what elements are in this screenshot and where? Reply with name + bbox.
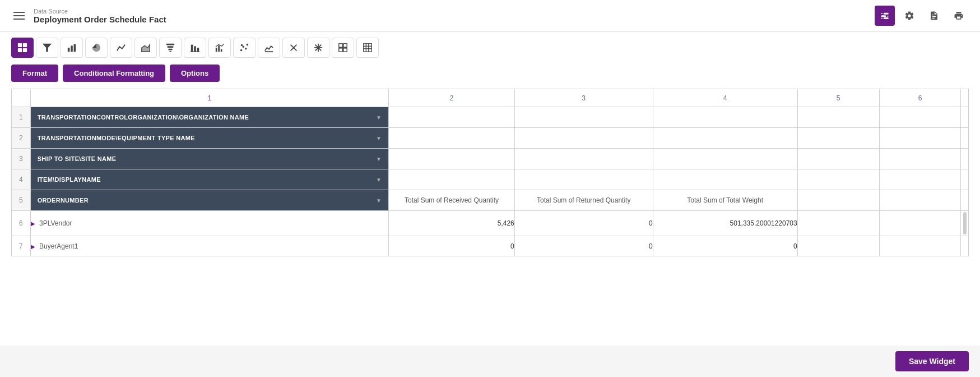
- group-name-7: BuyerAgent1: [39, 242, 78, 250]
- svg-rect-21: [197, 48, 199, 52]
- toolbar-filter-btn[interactable]: [36, 38, 58, 58]
- data-7-3: 0: [514, 236, 653, 256]
- svg-rect-12: [71, 45, 73, 52]
- save-widget-btn[interactable]: Save Widget: [895, 351, 969, 371]
- col-header-row: 1 2 3 4 5 6: [12, 89, 969, 107]
- scroll-7: [961, 236, 969, 256]
- group-label-6[interactable]: ▶ 3PLVendor: [30, 211, 389, 236]
- data-3-6: [879, 149, 961, 169]
- svg-rect-19: [191, 45, 193, 52]
- svg-rect-7: [23, 43, 27, 47]
- expand-arrow-6[interactable]: ▶: [31, 220, 35, 227]
- row-index-1: 1: [12, 107, 31, 128]
- filter-panel-icon-btn[interactable]: [875, 6, 895, 26]
- svg-point-26: [240, 49, 243, 52]
- toolbar-column-chart-btn[interactable]: [184, 38, 206, 58]
- svg-marker-14: [142, 45, 150, 52]
- expand-arrow-7[interactable]: ▶: [31, 243, 35, 250]
- row-header-label-5: ORDERNUMBER: [38, 197, 89, 204]
- data-1-4: [653, 107, 797, 128]
- svg-rect-1: [884, 13, 889, 15]
- row-index-3: 3: [12, 149, 31, 169]
- svg-rect-18: [169, 51, 171, 52]
- data-4-3: [514, 169, 653, 190]
- table-row: 5 ORDERNUMBER ▼ Total Sum of Received Qu…: [12, 190, 969, 211]
- export-icon-btn[interactable]: [924, 6, 944, 26]
- conditional-formatting-btn[interactable]: Conditional Formatting: [63, 65, 165, 82]
- toolbar-grid1-btn[interactable]: [332, 38, 354, 58]
- print-icon-btn[interactable]: [949, 6, 969, 26]
- row-index-2: 2: [12, 128, 31, 149]
- toolbar-bar-chart-btn[interactable]: [61, 38, 83, 58]
- svg-rect-0: [881, 13, 883, 15]
- svg-marker-10: [43, 44, 52, 52]
- toolbar-funnel-btn[interactable]: [159, 38, 182, 58]
- svg-rect-20: [194, 46, 196, 52]
- action-buttons-bar: Format Conditional Formatting Options: [0, 58, 980, 89]
- options-btn[interactable]: Options: [170, 65, 220, 82]
- toolbar-table-btn[interactable]: [11, 38, 34, 58]
- svg-rect-44: [364, 44, 371, 52]
- toolbar-cross2-btn[interactable]: [307, 38, 329, 58]
- col-header-2[interactable]: 2: [389, 89, 514, 107]
- data-4-5: [797, 169, 879, 190]
- filter-icon-1[interactable]: ▼: [376, 114, 382, 121]
- filter-icon-3[interactable]: ▼: [376, 156, 382, 162]
- data-3-2: [389, 149, 514, 169]
- header-title: Deployment Order Schedule Fact: [34, 15, 166, 24]
- data-1-5: [797, 107, 879, 128]
- svg-rect-40: [339, 48, 342, 52]
- data-1-3: [514, 107, 653, 128]
- col-header-5[interactable]: 5: [797, 89, 879, 107]
- toolbar-grid2-btn[interactable]: [356, 38, 379, 58]
- toolbar-cross1-btn[interactable]: [282, 38, 305, 58]
- data-6-4: 501,335.20001220703: [653, 211, 797, 236]
- col-header-scroll: [961, 89, 969, 107]
- table-row: 6 ▶ 3PLVendor 5,426 0 501,335.2000122070…: [12, 211, 969, 236]
- scroll-2: [961, 128, 969, 149]
- row-header-label-1: TRANSPORTATIONCONTROLORGANIZATION\ORGANI…: [38, 114, 249, 121]
- data-1-2: [389, 107, 514, 128]
- data-3-4: [653, 149, 797, 169]
- svg-rect-13: [74, 44, 76, 52]
- row-index-5: 5: [12, 190, 31, 211]
- svg-rect-16: [168, 46, 174, 48]
- toolbar-combo-chart-btn[interactable]: [208, 38, 231, 58]
- row-index-7: 7: [12, 236, 31, 256]
- svg-rect-38: [339, 44, 342, 47]
- row-header-label-3: SHIP TO SITE\SITE NAME: [38, 155, 117, 162]
- toolbar-pie-chart-btn[interactable]: [85, 38, 108, 58]
- row-header-5[interactable]: ORDERNUMBER ▼: [30, 190, 389, 211]
- row-header-3[interactable]: SHIP TO SITE\SITE NAME ▼: [30, 149, 389, 169]
- data-5-6: [879, 190, 961, 211]
- settings-icon-btn[interactable]: [899, 6, 919, 26]
- table-row: 3 SHIP TO SITE\SITE NAME ▼: [12, 149, 969, 169]
- data-2-4: [653, 128, 797, 149]
- row-header-1[interactable]: TRANSPORTATIONCONTROLORGANIZATION\ORGANI…: [30, 107, 389, 128]
- data-grid: 1 2 3 4 5 6 1 TRANSPORTATIONCONTROLORGAN…: [11, 89, 969, 256]
- col-header-6[interactable]: 6: [879, 89, 961, 107]
- toolbar-waterfall-btn[interactable]: [258, 38, 280, 58]
- row-header-label-2: TRANSPORTATIONMODE\EQUIPMENT TYPE NAME: [38, 135, 195, 141]
- hamburger-menu[interactable]: [11, 10, 27, 22]
- group-label-7[interactable]: ▶ BuyerAgent1: [30, 236, 389, 256]
- toolbar-area-chart-btn[interactable]: [134, 38, 157, 58]
- filter-icon-5[interactable]: ▼: [376, 197, 382, 204]
- header-subtitle: Data Source: [34, 8, 166, 15]
- col-header-3[interactable]: 3: [514, 89, 653, 107]
- filter-icon-2[interactable]: ▼: [376, 135, 382, 141]
- data-5-2: Total Sum of Received Quantity: [389, 190, 514, 211]
- data-2-5: [797, 128, 879, 149]
- col-header-1[interactable]: 1: [30, 89, 389, 107]
- row-header-2[interactable]: TRANSPORTATIONMODE\EQUIPMENT TYPE NAME ▼: [30, 128, 389, 149]
- format-btn[interactable]: Format: [11, 65, 58, 82]
- data-4-6: [879, 169, 961, 190]
- toolbar-scatter-btn[interactable]: [233, 38, 256, 58]
- data-4-4: [653, 169, 797, 190]
- filter-icon-4[interactable]: ▼: [376, 177, 382, 183]
- scrollbar-thumb[interactable]: [963, 212, 967, 235]
- col-header-4[interactable]: 4: [653, 89, 797, 107]
- toolbar-line-chart-btn[interactable]: [110, 38, 132, 58]
- row-header-4[interactable]: ITEM\DISPLAYNAME ▼: [30, 169, 389, 190]
- scroll-4: [961, 169, 969, 190]
